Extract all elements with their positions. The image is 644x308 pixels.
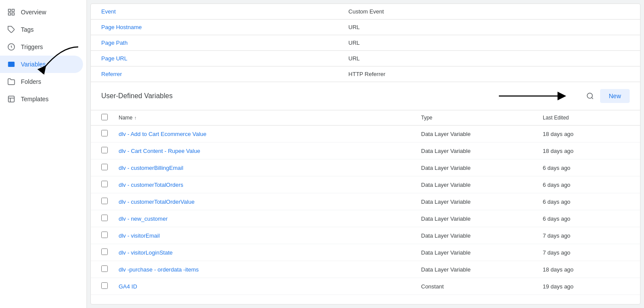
builtin-var-name[interactable]: Event (91, 4, 338, 20)
var-last-edited: 7 days ago (543, 232, 630, 239)
var-type: Data Layer Variable (421, 182, 543, 188)
var-type: Constant (421, 283, 543, 290)
svg-point-11 (587, 93, 592, 98)
builtin-var-type: URL (338, 20, 640, 35)
sidebar-item-tags[interactable]: Tags (0, 21, 83, 38)
builtin-var-name[interactable]: Page Hostname (91, 20, 338, 35)
var-type: Data Layer Variable (421, 232, 543, 239)
sidebar-item-folders[interactable]: Folders (0, 73, 83, 90)
builtin-var-name[interactable]: Page URL (91, 51, 338, 66)
var-last-edited: 18 days ago (543, 131, 630, 137)
var-last-edited: 19 days ago (543, 283, 630, 290)
var-name-link[interactable]: dlv - new_customer (119, 215, 421, 222)
header-actions: New (584, 89, 630, 103)
var-name-link[interactable]: dlv - visitorEmail (119, 232, 421, 239)
row-checkbox-col (101, 248, 119, 256)
row-checkbox[interactable] (101, 282, 108, 289)
row-checkbox-col (101, 282, 119, 290)
table-row: dlv - customerBillingEmail Data Layer Va… (91, 159, 640, 176)
user-defined-header: User-Defined Variables (91, 82, 640, 110)
row-checkbox[interactable] (101, 164, 108, 170)
var-last-edited: 6 days ago (543, 165, 630, 171)
table-row: dlv - visitorEmail Data Layer Variable 7… (91, 227, 640, 244)
row-checkbox-col (101, 130, 119, 138)
sidebar-item-templates[interactable]: Templates (0, 90, 83, 108)
svg-line-12 (591, 97, 593, 99)
builtin-var-type: URL (338, 35, 640, 51)
new-variable-button[interactable]: New (600, 89, 630, 103)
sidebar-item-triggers[interactable]: Triggers (0, 38, 83, 56)
type-col-label: Type (421, 115, 432, 121)
builtin-var-name[interactable]: Page Path (91, 35, 338, 51)
row-checkbox[interactable] (101, 248, 108, 255)
row-checkbox[interactable] (101, 198, 108, 204)
var-name-link[interactable]: dlv - customerTotalOrders (119, 182, 421, 188)
table-row: dlv - customerTotalOrderValue Data Layer… (91, 193, 640, 210)
row-checkbox[interactable] (101, 147, 108, 153)
var-last-edited: 7 days ago (543, 249, 630, 256)
svg-rect-3 (12, 13, 14, 15)
builtin-var-type: Custom Event (338, 4, 640, 20)
sidebar-item-tags-label: Tags (21, 26, 34, 33)
header-name-col[interactable]: Name ↑ (119, 115, 421, 121)
svg-rect-6 (8, 62, 15, 67)
var-name-link[interactable]: dlv - visitorLoginState (119, 249, 421, 256)
svg-rect-7 (8, 96, 14, 102)
row-checkbox-col (101, 232, 119, 239)
sidebar-item-variables-label: Variables (21, 61, 46, 68)
table-row: Page Hostname URL (91, 20, 640, 35)
table-row: Page Path URL (91, 35, 640, 51)
var-name-link[interactable]: dlv - customerTotalOrderValue (119, 199, 421, 205)
row-checkbox-col (101, 265, 119, 273)
row-checkbox-col (101, 198, 119, 205)
table-row: dlv - visitorLoginState Data Layer Varia… (91, 244, 640, 261)
var-type: Data Layer Variable (421, 249, 543, 256)
row-checkbox[interactable] (101, 181, 108, 187)
sidebar: Overview Tags Triggers Variables (0, 0, 87, 308)
builtin-vars-table: Event Custom Event Page Hostname URL Pag… (91, 4, 640, 82)
var-type: Data Layer Variable (421, 199, 543, 205)
var-name-link[interactable]: dlv - Cart Content - Rupee Value (119, 148, 421, 154)
header-edited-col: Last Edited (543, 115, 630, 121)
sidebar-item-variables[interactable]: Variables (0, 56, 83, 73)
row-checkbox[interactable] (101, 130, 108, 136)
grid-icon (7, 8, 16, 17)
var-name-link[interactable]: GA4 ID (119, 283, 421, 290)
row-checkbox[interactable] (101, 215, 108, 221)
table-row: dlv -purchase - orderdata -items Data La… (91, 261, 640, 278)
var-last-edited: 6 days ago (543, 199, 630, 205)
table-row: Page URL URL (91, 51, 640, 66)
sidebar-item-triggers-label: Triggers (21, 43, 43, 50)
table-row: Referrer HTTP Referrer (91, 66, 640, 82)
var-name-link[interactable]: dlv - Add to Cart Ecommerce Value (119, 131, 421, 137)
sidebar-item-folders-label: Folders (21, 78, 41, 85)
var-last-edited: 18 days ago (543, 266, 630, 273)
var-last-edited: 6 days ago (543, 182, 630, 188)
row-checkbox-col (101, 164, 119, 172)
svg-rect-0 (8, 9, 10, 11)
row-checkbox[interactable] (101, 232, 108, 238)
var-name-link[interactable]: dlv - customerBillingEmail (119, 165, 421, 171)
header-type-col: Type (421, 115, 543, 121)
sidebar-item-overview[interactable]: Overview (0, 3, 83, 21)
user-defined-title: User-Defined Variables (101, 92, 173, 100)
search-button[interactable] (584, 89, 597, 103)
var-last-edited: 6 days ago (543, 215, 630, 222)
row-checkbox[interactable] (101, 265, 108, 272)
variable-table-header: Name ↑ Type Last Edited (91, 110, 640, 126)
var-type: Data Layer Variable (421, 266, 543, 273)
builtin-var-name[interactable]: Referrer (91, 66, 338, 82)
var-type: Data Layer Variable (421, 215, 543, 222)
table-row: dlv - customerTotalOrders Data Layer Var… (91, 176, 640, 193)
table-row: Event Custom Event (91, 4, 640, 20)
header-checkbox-col (101, 114, 119, 122)
user-defined-section: User-Defined Variables (91, 82, 640, 295)
var-last-edited: 18 days ago (543, 148, 630, 154)
var-name-link[interactable]: dlv -purchase - orderdata -items (119, 266, 421, 273)
var-type: Data Layer Variable (421, 131, 543, 137)
select-all-checkbox[interactable] (101, 114, 108, 120)
table-row: dlv - new_customer Data Layer Variable 6… (91, 210, 640, 227)
table-row: dlv - Cart Content - Rupee Value Data La… (91, 142, 640, 159)
row-checkbox-col (101, 215, 119, 222)
lightning-icon (7, 43, 16, 51)
